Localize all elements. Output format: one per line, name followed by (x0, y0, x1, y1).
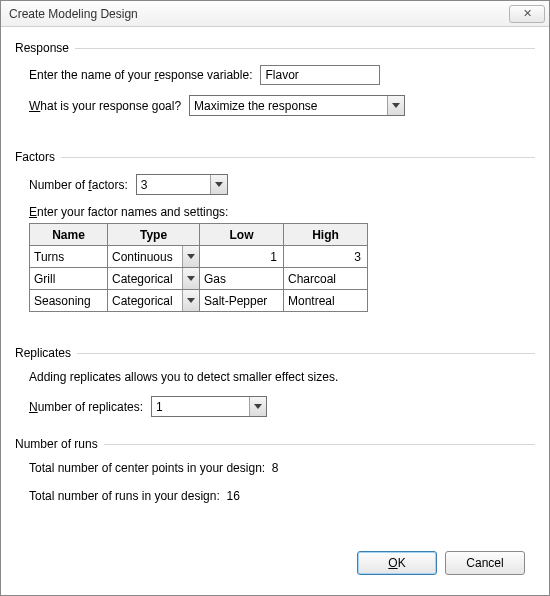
factor-table: Name Type Low High TurnsContinuous13Gril… (29, 223, 368, 312)
chevron-down-icon (249, 397, 266, 416)
total-runs-value: 16 (226, 489, 239, 503)
ok-button[interactable]: OK (357, 551, 437, 575)
center-points-line: Total number of center points in your de… (29, 461, 535, 475)
group-runs: Number of runs Total number of center po… (15, 437, 535, 523)
divider (77, 353, 535, 354)
num-replicates-select[interactable]: 1 (151, 396, 267, 417)
num-factors-label: Number of factors: (29, 178, 128, 192)
close-icon: ✕ (523, 7, 532, 20)
svg-marker-3 (187, 276, 195, 281)
num-replicates-label: Number of replicates: (29, 400, 143, 414)
factor-type-cell[interactable]: Categorical (108, 290, 200, 312)
chevron-down-icon (182, 290, 199, 311)
table-row: TurnsContinuous13 (30, 246, 368, 268)
titlebar: Create Modeling Design ✕ (1, 1, 549, 27)
response-name-input[interactable] (260, 65, 380, 85)
chevron-down-icon (182, 246, 199, 267)
factor-type-cell[interactable]: Continuous (108, 246, 200, 268)
response-goal-label: What is your response goal? (29, 99, 181, 113)
factor-low-cell[interactable]: 1 (200, 246, 284, 268)
chevron-down-icon (387, 96, 404, 115)
total-runs-line: Total number of runs in your design: 16 (29, 489, 535, 503)
window-title: Create Modeling Design (9, 7, 509, 21)
col-header-name: Name (30, 224, 108, 246)
svg-marker-1 (215, 182, 223, 187)
col-header-type: Type (108, 224, 200, 246)
factor-high-cell[interactable]: 3 (284, 246, 368, 268)
factor-high-cell[interactable]: Montreal (284, 290, 368, 312)
table-row: SeasoningCategoricalSalt-PepperMontreal (30, 290, 368, 312)
group-replicates: Replicates Adding replicates allows you … (15, 346, 535, 433)
divider (75, 48, 535, 49)
factor-name-cell[interactable]: Turns (30, 246, 108, 268)
factor-low-cell[interactable]: Gas (200, 268, 284, 290)
factor-low-cell[interactable]: Salt-Pepper (200, 290, 284, 312)
factor-type-cell[interactable]: Categorical (108, 268, 200, 290)
table-header-row: Name Type Low High (30, 224, 368, 246)
replicates-desc: Adding replicates allows you to detect s… (29, 370, 535, 384)
response-goal-select[interactable]: Maximize the response (189, 95, 405, 116)
cancel-button[interactable]: Cancel (445, 551, 525, 575)
close-button[interactable]: ✕ (509, 5, 545, 23)
chevron-down-icon (210, 175, 227, 194)
dialog-window: Create Modeling Design ✕ Response Enter … (0, 0, 550, 596)
divider (104, 444, 535, 445)
col-header-high: High (284, 224, 368, 246)
chevron-down-icon (182, 268, 199, 289)
group-response: Response Enter the name of your response… (15, 41, 535, 132)
group-response-title: Response (15, 41, 75, 55)
factor-name-cell[interactable]: Grill (30, 268, 108, 290)
dialog-footer: OK Cancel (15, 543, 535, 585)
group-factors-title: Factors (15, 150, 61, 164)
factor-high-cell[interactable]: Charcoal (284, 268, 368, 290)
svg-marker-2 (187, 254, 195, 259)
response-name-label: Enter the name of your response variable… (29, 68, 252, 82)
svg-marker-0 (392, 103, 400, 108)
col-header-low: Low (200, 224, 284, 246)
group-runs-title: Number of runs (15, 437, 104, 451)
group-factors: Factors Number of factors: 3 (15, 150, 535, 318)
group-replicates-title: Replicates (15, 346, 77, 360)
divider (61, 157, 535, 158)
center-points-value: 8 (272, 461, 279, 475)
table-row: GrillCategoricalGasCharcoal (30, 268, 368, 290)
factor-name-cell[interactable]: Seasoning (30, 290, 108, 312)
dialog-content: Response Enter the name of your response… (1, 27, 549, 595)
factor-table-label: Enter your factor names and settings: (29, 205, 228, 219)
num-factors-select[interactable]: 3 (136, 174, 228, 195)
svg-marker-5 (254, 404, 262, 409)
svg-marker-4 (187, 298, 195, 303)
